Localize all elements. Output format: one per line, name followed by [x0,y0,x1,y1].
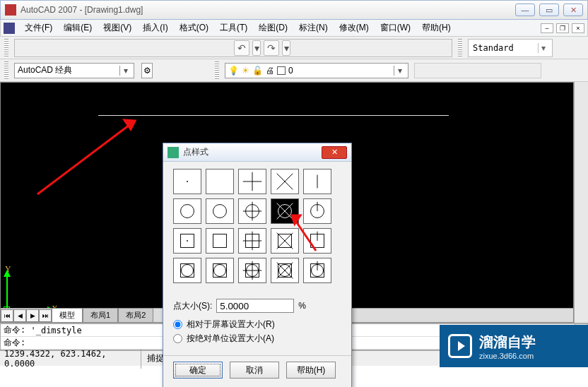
standard-toolbar-block: ↶ ▾ ↷ ▾ [14,39,452,57]
dialog-title: 点样式 [183,146,322,158]
layer-name: 0 [288,66,293,76]
dialog-titlebar[interactable]: 点样式 ✕ [163,143,351,162]
pt-style-circle[interactable] [173,198,201,224]
point-size-input[interactable] [216,299,294,313]
pt-style-square[interactable] [173,228,201,254]
svg-point-34 [214,265,226,277]
toolbar-grip[interactable] [215,61,219,80]
command-text: '_dimstyle [30,326,81,335]
app-menu-icon [4,23,15,34]
pt-style-sq-circle-blank[interactable] [206,258,234,283]
menu-format[interactable]: 格式(O) [174,20,214,35]
annotation-arrow-dialog [288,211,323,256]
radio-absolute-input[interactable] [173,334,182,343]
drawn-line [98,115,449,116]
maximize-button[interactable]: ▭ [539,4,559,16]
minimize-button[interactable]: — [515,4,535,16]
menu-insert[interactable]: 插入(I) [137,20,173,35]
tab-nav-prev[interactable]: ◀ [13,309,26,322]
watermark-url: zixue.3d66.com [479,352,536,360]
dialog-icon [167,147,179,158]
pt-style-sq-circle-x[interactable] [271,258,299,283]
chevron-down-icon: ▾ [538,43,548,53]
workspace-value: AutoCAD 经典 [18,64,119,76]
menu-modify[interactable]: 修改(M) [334,20,375,35]
svg-marker-2 [4,270,11,277]
vertical-scrollbar[interactable] [574,82,588,323]
workspace-settings-button[interactable]: ⚙ [141,63,153,78]
pt-style-square-plus[interactable] [238,228,266,254]
mdi-min-button[interactable]: – [541,23,553,33]
tab-model[interactable]: 模型 [52,308,83,323]
pt-style-plus[interactable] [238,169,266,194]
pt-style-x[interactable] [271,169,299,194]
tab-nav-last[interactable]: ⏭ [39,309,52,322]
tab-nav-next[interactable]: ▶ [26,309,39,322]
menu-help[interactable]: 帮助(H) [416,20,457,35]
tab-layout2[interactable]: 布局2 [118,308,153,323]
point-style-dialog: 点样式 ✕ 点大小(S): % [163,143,352,387]
dialog-close-button[interactable]: ✕ [322,146,347,159]
pt-style-sq-circle-tick[interactable] [303,258,331,283]
close-button[interactable]: ✕ [563,4,583,16]
app-icon [5,4,16,16]
menu-file[interactable]: 文件(F) [19,20,58,35]
undo-button[interactable]: ↶ [234,40,249,56]
pt-style-square-blank[interactable] [206,228,234,254]
menu-edit[interactable]: 编辑(E) [58,20,98,35]
watermark-banner: 溜溜自学 zixue.3d66.com [440,325,588,367]
svg-point-4 [187,181,188,182]
menu-window[interactable]: 窗口(W) [375,20,416,35]
command-prompt: 命令: [4,324,25,336]
plot-icon: 🖨 [266,66,274,76]
point-size-unit: % [298,301,306,311]
workspace-toolbar: AutoCAD 经典 ▾ ⚙ 💡 ☀ 🔓 🖨 0 ▾ [0,59,588,82]
standard-toolbar: ↶ ▾ ↷ ▾ Standard ▾ [0,37,588,59]
annotation-arrow [29,117,142,201]
pt-style-circle-plus[interactable] [238,198,266,224]
ok-button[interactable]: 确定 [173,362,223,379]
cancel-button[interactable]: 取消 [230,362,279,379]
toolbar-grip[interactable] [4,61,8,80]
lock-icon: 🔓 [252,66,263,76]
pt-style-circle-blank[interactable] [206,198,234,224]
menu-draw[interactable]: 绘图(D) [253,20,293,35]
radio-relative[interactable]: 相对于屏幕设置大小(R) [173,318,341,331]
toolbar-grip[interactable] [458,39,462,57]
tab-nav-first[interactable]: ⏮ [1,309,13,322]
pt-style-sq-circle[interactable] [173,258,201,283]
pt-style-dot[interactable] [173,169,201,194]
redo-dropdown[interactable]: ▾ [282,40,290,56]
radio-absolute-label: 按绝对单位设置大小(A) [187,333,274,345]
toolbar-grip[interactable] [4,39,8,57]
workspace-dropdown[interactable]: AutoCAD 经典 ▾ [14,63,134,78]
bulb-icon: 💡 [228,66,239,76]
undo-dropdown[interactable]: ▾ [252,40,261,56]
tab-layout1[interactable]: 布局1 [83,308,118,323]
play-icon [448,334,472,358]
menu-dim[interactable]: 标注(N) [293,20,334,35]
redo-button[interactable]: ↷ [264,40,279,56]
svg-point-11 [213,205,227,218]
window-titlebar: AutoCAD 2007 - [Drawing1.dwg] — ▭ ✕ [0,0,588,20]
pt-style-sq-circle-plus[interactable] [238,258,266,283]
watermark-brand: 溜溜自学 [479,333,536,352]
chevron-down-icon: ▾ [394,66,405,76]
mdi-close-button[interactable]: × [572,23,584,33]
window-title: AutoCAD 2007 - [Drawing1.dwg] [20,5,515,15]
menu-view[interactable]: 视图(V) [98,20,137,35]
mdi-restore-button[interactable]: ❐ [556,23,569,33]
radio-absolute[interactable]: 按绝对单位设置大小(A) [173,333,341,345]
layer-dropdown[interactable]: 💡 ☀ 🔓 🖨 0 ▾ [225,63,408,78]
menu-tools[interactable]: 工具(T) [214,20,253,35]
help-button[interactable]: 帮助(H) [286,362,336,379]
svg-rect-22 [213,234,227,248]
status-coordinates[interactable]: 1239.4322, 623.1462, 0.0000 [0,349,141,369]
dialog-button-row: 确定 取消 帮助(H) [163,355,351,387]
pt-style-tick[interactable] [303,169,331,194]
pt-style-none[interactable] [206,169,234,194]
radio-relative-input[interactable] [173,320,182,329]
textstyle-dropdown[interactable]: Standard ▾ [468,39,553,57]
chevron-down-icon: ▾ [119,66,131,76]
command-prompt: 命令: [4,337,25,349]
